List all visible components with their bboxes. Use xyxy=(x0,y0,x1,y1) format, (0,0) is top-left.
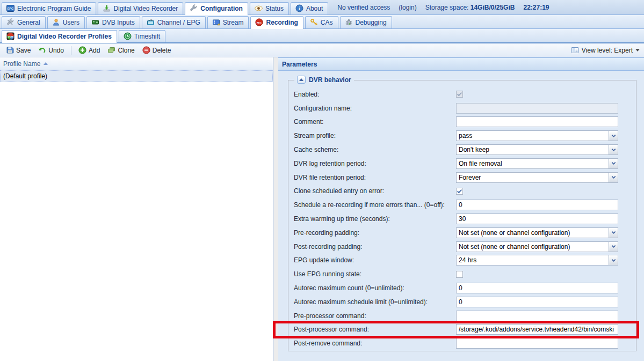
header-status: No verified access (login) Storage space… xyxy=(337,4,549,14)
tools-icon xyxy=(6,18,15,26)
field-label: Post-processor command: xyxy=(294,326,456,333)
view-level-label: View level: Expert xyxy=(582,47,633,54)
tab-cas[interactable]: CAs xyxy=(305,16,338,28)
tab-debugging[interactable]: Debugging xyxy=(340,16,392,28)
chevron-down-icon[interactable] xyxy=(609,255,618,266)
stream-profile-select[interactable] xyxy=(456,130,618,141)
field-label: Post-remove command: xyxy=(294,340,456,347)
comment-input[interactable] xyxy=(456,116,618,127)
pre-processor-command-input[interactable] xyxy=(456,311,618,321)
post-processor-command-input[interactable] xyxy=(456,324,618,335)
field-row-autorec-maximum-schedule-limit-0-unlimited: Autorec maximum schedule limit (0=unlimi… xyxy=(288,295,636,309)
tab-label: Users xyxy=(63,19,79,26)
select-value[interactable] xyxy=(456,144,609,155)
extra-warming-up-time-seconds-input[interactable] xyxy=(456,213,618,224)
field-row-epg-update-window: EPG update window: xyxy=(288,254,636,268)
select-value[interactable] xyxy=(456,227,609,238)
field-row-post-processor-command: Post-processor command: xyxy=(288,323,636,337)
delete-icon xyxy=(142,46,150,54)
tab-label: Electronic Program Guide xyxy=(17,5,91,12)
tab-electronic-program-guide[interactable]: EPGElectronic Program Guide xyxy=(2,2,96,14)
tab-label: Recording xyxy=(266,19,298,26)
autorec-maximum-schedule-limit-0-unlimited-input[interactable] xyxy=(456,297,618,307)
chevron-up-icon xyxy=(299,78,303,81)
tab-channel-epg[interactable]: Channel / EPG xyxy=(142,16,206,28)
caret-down-icon xyxy=(635,49,640,51)
tab-digital-video-recorder-profiles[interactable]: DVRDigital Video Recorder Profiles xyxy=(2,30,117,43)
use-epg-running-state-checkbox[interactable] xyxy=(456,271,463,278)
field-row-comment: Comment: xyxy=(288,115,636,129)
field-row-use-epg-running-state: Use EPG running state: xyxy=(288,267,636,281)
tab-stream[interactable]: Stream xyxy=(207,16,249,28)
chevron-down-icon[interactable] xyxy=(609,144,618,155)
dvr-log-retention-period-select[interactable] xyxy=(456,158,618,169)
tab-configuration[interactable]: Configuration xyxy=(185,2,248,15)
epg-icon: EPG xyxy=(6,4,15,12)
tab-digital-video-recorder[interactable]: Digital Video Recorder xyxy=(98,2,183,14)
field-label: Autorec maximum schedule limit (0=unlimi… xyxy=(294,298,456,306)
login-link[interactable]: (login) xyxy=(399,4,416,11)
profile-row[interactable]: (Default profile) xyxy=(0,70,273,82)
field-row-configuration-name: Configuration name: xyxy=(288,101,636,115)
chevron-down-icon[interactable] xyxy=(609,241,618,252)
select-value[interactable] xyxy=(456,241,609,252)
tab-label: Stream xyxy=(223,19,244,26)
collapse-fieldset-button[interactable] xyxy=(297,76,306,84)
undo-button[interactable]: Undo xyxy=(35,45,67,56)
clone-button[interactable]: Clone xyxy=(104,45,138,56)
save-button[interactable]: Save xyxy=(3,45,34,56)
field-label: Cache scheme: xyxy=(294,146,456,153)
field-label: Pre-processor command: xyxy=(294,312,456,320)
panel-splitter[interactable] xyxy=(273,57,278,361)
add-button[interactable]: Add xyxy=(75,45,103,56)
parameters-panel: Parameters DVR behavior Enabled:Configur… xyxy=(278,57,644,361)
clone-scheduled-entry-on-error-checkbox[interactable] xyxy=(456,188,463,195)
post-recording-padding-select[interactable] xyxy=(456,241,618,252)
tab-general[interactable]: General xyxy=(2,16,46,28)
schedule-a-re-recording-if-more-errors-than-0-off-input[interactable] xyxy=(456,200,618,210)
dvr-file-retention-period-select[interactable] xyxy=(456,172,618,183)
tab-label: Configuration xyxy=(200,5,243,12)
field-label: Autorec maximum count (0=unlimited): xyxy=(294,284,456,292)
select-value[interactable] xyxy=(456,255,609,266)
tab-timeshift[interactable]: Timeshift xyxy=(119,30,165,42)
field-row-dvr-log-retention-period: DVR log retention period: xyxy=(288,157,636,171)
field-label: DVR file retention period: xyxy=(294,174,456,181)
sort-ascending-icon xyxy=(44,62,48,65)
epg-update-window-select[interactable] xyxy=(456,255,618,266)
chevron-down-icon[interactable] xyxy=(609,158,618,169)
tab-about[interactable]: iAbout xyxy=(291,2,328,14)
field-label: Stream profile: xyxy=(294,132,456,139)
pre-recording-padding-select[interactable] xyxy=(456,227,618,238)
storage-value: 14GiB/0/25GiB xyxy=(471,4,515,11)
tab-recording[interactable]: RECRecording xyxy=(250,16,303,29)
view-level-dropdown[interactable]: View level: Expert xyxy=(571,46,641,54)
key-icon xyxy=(310,18,318,26)
chevron-down-icon[interactable] xyxy=(609,227,618,238)
field-label: Enabled: xyxy=(294,91,456,98)
tab-label: CAs xyxy=(321,19,333,26)
delete-button[interactable]: Delete xyxy=(139,45,175,56)
field-row-stream-profile: Stream profile: xyxy=(288,129,636,143)
select-value[interactable] xyxy=(456,158,609,169)
field-row-pre-processor-command: Pre-processor command: xyxy=(288,309,636,323)
select-value[interactable] xyxy=(456,130,609,141)
column-header-profile-name[interactable]: Profile Name xyxy=(0,57,273,70)
tab-dvb-inputs[interactable]: DVB Inputs xyxy=(86,16,140,28)
app-tab-bar: EPGElectronic Program GuideDigital Video… xyxy=(0,0,644,15)
field-row-dvr-file-retention-period: DVR file retention period: xyxy=(288,171,636,185)
autorec-maximum-count-0-unlimited-input[interactable] xyxy=(456,283,618,293)
stream-icon xyxy=(212,18,220,26)
fieldset-title: DVR behavior xyxy=(309,76,351,84)
eye-icon xyxy=(255,4,263,12)
chevron-down-icon[interactable] xyxy=(609,172,618,183)
profile-name: (Default profile) xyxy=(3,72,47,80)
chevron-down-icon[interactable] xyxy=(609,130,618,141)
select-value[interactable] xyxy=(456,172,609,183)
cache-scheme-select[interactable] xyxy=(456,144,618,155)
tab-label: Timeshift xyxy=(134,33,160,40)
tab-users[interactable]: Users xyxy=(47,16,85,28)
post-remove-command-input[interactable] xyxy=(456,338,618,349)
field-label: EPG update window: xyxy=(294,256,456,264)
tab-status[interactable]: Status xyxy=(250,2,289,14)
